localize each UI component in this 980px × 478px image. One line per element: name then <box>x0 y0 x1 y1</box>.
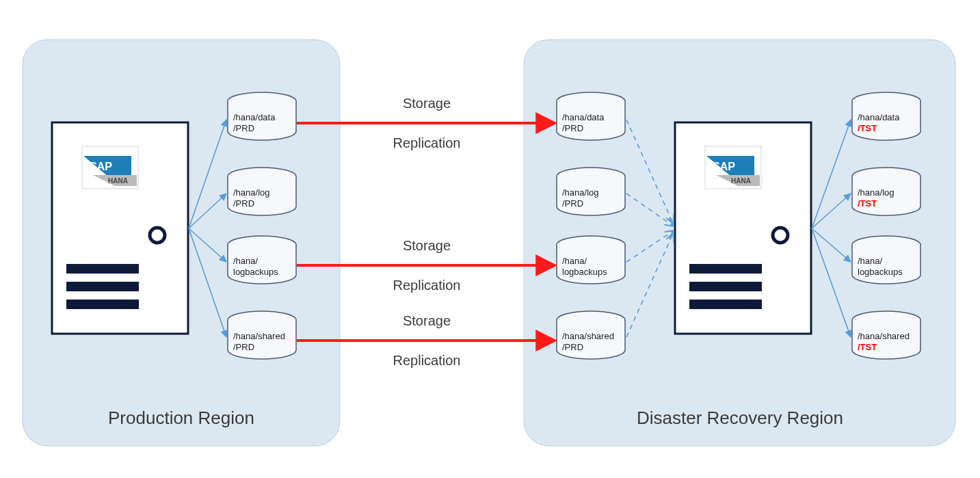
svg-text:Replication: Replication <box>393 353 461 368</box>
svg-text:/PRD: /PRD <box>562 123 583 133</box>
svg-text:/PRD: /PRD <box>562 342 583 352</box>
svg-text:SAP: SAP <box>713 161 735 172</box>
svg-rect-19 <box>689 282 762 291</box>
cylinder-drprd-data: /hana/data /PRD <box>557 92 625 140</box>
cylinder-prd-data: /hana/data /PRD <box>228 92 296 140</box>
svg-text:/hana/data: /hana/data <box>858 112 900 122</box>
svg-text:Replication: Replication <box>393 135 461 150</box>
svg-text:HANA: HANA <box>108 177 128 185</box>
svg-text:Storage: Storage <box>403 313 451 328</box>
cylinder-tst-logbackups: /hana/ logbackups <box>852 236 921 284</box>
cylinder-tst-data: /hana/data /TST <box>852 92 921 140</box>
svg-text:logbackups: logbackups <box>858 267 903 277</box>
svg-text:/TST: /TST <box>858 198 877 209</box>
region-dr-label: Disaster Recovery Region <box>637 408 843 428</box>
svg-text:/PRD: /PRD <box>562 198 583 209</box>
server-production: SAP HANA <box>52 122 188 334</box>
cylinder-prd-log: /hana/log /PRD <box>228 168 296 215</box>
svg-text:/hana/: /hana/ <box>233 256 259 266</box>
cylinder-tst-shared: /hana/shared /TST <box>852 311 921 359</box>
cylinder-prd-shared: /hana/shared /PRD <box>228 311 296 359</box>
server-dr: SAP HANA <box>675 122 811 334</box>
svg-text:/hana/log: /hana/log <box>858 187 895 198</box>
svg-text:Storage: Storage <box>403 96 451 111</box>
svg-text:/PRD: /PRD <box>233 123 254 133</box>
region-production-label: Production Region <box>108 408 254 428</box>
svg-text:logbackups: logbackups <box>233 267 278 277</box>
svg-text:/TST: /TST <box>858 123 877 133</box>
cylinder-drprd-logbackups: /hana/ logbackups <box>557 236 625 284</box>
svg-text:/hana/shared: /hana/shared <box>858 331 910 341</box>
svg-text:/PRD: /PRD <box>233 342 254 352</box>
cylinder-prd-logbackups: /hana/ logbackups <box>228 236 296 284</box>
architecture-diagram: Production Region Disaster Recovery Regi… <box>0 0 980 478</box>
svg-text:/hana/data: /hana/data <box>562 112 605 122</box>
svg-text:HANA: HANA <box>731 177 751 185</box>
svg-text:logbackups: logbackups <box>562 267 607 277</box>
svg-text:/hana/shared: /hana/shared <box>233 331 285 341</box>
sap-hana-logo-dr: SAP HANA <box>705 146 761 189</box>
svg-text:/hana/: /hana/ <box>562 256 587 266</box>
svg-text:Storage: Storage <box>403 238 451 253</box>
cylinder-drprd-shared: /hana/shared /PRD <box>557 311 625 359</box>
svg-text:/hana/log: /hana/log <box>233 187 270 198</box>
svg-text:/PRD: /PRD <box>233 198 254 209</box>
svg-rect-18 <box>689 264 762 274</box>
cylinder-drprd-log: /hana/log /PRD <box>557 168 625 215</box>
svg-text:/hana/: /hana/ <box>858 256 883 266</box>
svg-text:Replication: Replication <box>393 278 461 293</box>
cylinder-tst-log: /hana/log /TST <box>852 168 921 215</box>
sap-hana-logo-prod: SAP HANA <box>82 146 138 189</box>
svg-rect-8 <box>66 264 139 274</box>
svg-rect-10 <box>66 300 139 309</box>
svg-rect-20 <box>689 300 762 309</box>
svg-text:/hana/data: /hana/data <box>233 112 276 122</box>
svg-text:SAP: SAP <box>90 161 112 172</box>
svg-text:/TST: /TST <box>858 342 877 352</box>
svg-rect-9 <box>66 282 139 291</box>
svg-text:/hana/shared: /hana/shared <box>562 331 614 341</box>
svg-text:/hana/log: /hana/log <box>562 187 599 198</box>
